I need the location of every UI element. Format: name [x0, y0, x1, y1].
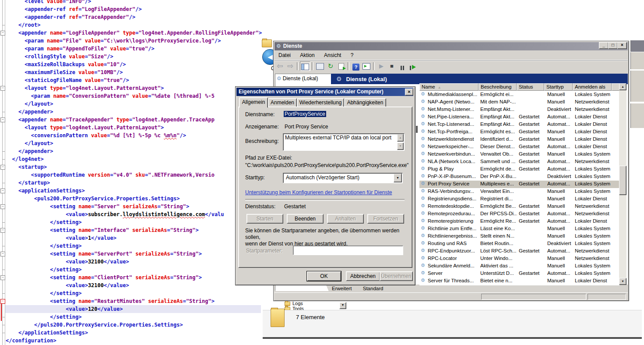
- table-row[interactable]: ⚙NetzwerklistendienstIdentifiziert d...G…: [419, 136, 619, 143]
- startoptionen-link[interactable]: Unterstützung beim Konfigurieren der Sta…: [245, 189, 392, 196]
- table-row[interactable]: ⚙Registrierungsdiens...Registriert di...…: [419, 196, 619, 203]
- code-line[interactable]: </setting>: [6, 218, 81, 226]
- scrollbar-thumb[interactable]: [619, 166, 626, 195]
- code-line[interactable]: <supportedRuntime version="v4.0" sku=".N…: [6, 171, 215, 179]
- column-header-name[interactable]: Name▲: [419, 83, 479, 91]
- beenden-button[interactable]: Beenden: [287, 214, 324, 224]
- code-line[interactable]: <setting name="Server" serializeAs="Stri…: [6, 203, 189, 210]
- table-row[interactable]: ⚙RPC-Endpunktzuor...Löst RPC-Sch...Gesta…: [419, 248, 619, 255]
- code-line[interactable]: <appender-ref ref="LogFileAppender"/>: [6, 5, 142, 13]
- code-line[interactable]: </layout>: [6, 139, 53, 147]
- table-row[interactable]: ⚙Remoteprozedurau...Der RPCSS-Di...Gesta…: [419, 210, 619, 218]
- code-line[interactable]: <maxSizeRollBackups value="10"/>: [6, 60, 126, 68]
- close-icon[interactable]: ×: [617, 42, 627, 49]
- code-line[interactable]: </configuration>: [6, 337, 56, 345]
- table-row[interactable]: ⚙NLA (Network Loca...Sammelt und ...Gest…: [419, 158, 619, 166]
- code-line[interactable]: <value>32100</value>: [6, 258, 129, 266]
- folder-item-label[interactable]: Tools: [292, 306, 304, 310]
- table-row[interactable]: ⚙Net.Tcp-Listenerad...Empfängt Akt...Ges…: [419, 121, 619, 128]
- code-line[interactable]: <layout type="log4net.Layout.PatternLayo…: [6, 84, 164, 92]
- code-line[interactable]: <param name="ConversionPattern" value="%…: [6, 92, 215, 100]
- column-header-anmelden-als[interactable]: Anmelden als: [573, 83, 612, 91]
- column-header-starttyp[interactable]: Starttyp: [544, 83, 573, 91]
- table-row[interactable]: ⚙Richtlinie zum Entfe...Lässt eine Ko...…: [419, 225, 619, 233]
- show-console-tree-icon[interactable]: [300, 61, 310, 71]
- code-line[interactable]: <value>32100</value>: [6, 281, 129, 289]
- folder-item-label[interactable]: Logs: [292, 301, 303, 306]
- table-row[interactable]: ⚙Net.Pipe-Listenera...Empfängt Akt...Ges…: [419, 114, 619, 121]
- code-line[interactable]: <level value="INFO"/>: [6, 0, 91, 5]
- code-line[interactable]: <param name="File" value="C:\work\logs\P…: [6, 37, 221, 45]
- chevron-down-icon[interactable]: ▼: [339, 302, 346, 309]
- code-line[interactable]: <startup>: [6, 163, 47, 171]
- explorer-file-list[interactable]: Logs Tools ▼: [263, 301, 438, 310]
- menu-datei[interactable]: Datei: [274, 51, 295, 58]
- menu-aktion[interactable]: Aktion: [296, 51, 318, 58]
- pause-service-icon[interactable]: [397, 61, 408, 71]
- code-line[interactable]: <appender-ref ref="TraceAppender"/>: [6, 13, 135, 21]
- code-line[interactable]: </setting>: [6, 266, 81, 274]
- tab-wiederherstellung[interactable]: Wiederherstellung: [297, 98, 344, 107]
- maximize-icon[interactable]: □: [608, 42, 618, 49]
- services-scrollbar[interactable]: ▲ ▼: [619, 83, 626, 285]
- code-line[interactable]: <appender name="TraceAppender" type="log…: [6, 116, 215, 124]
- table-row[interactable]: ⚙Plug & PlayErmöglicht de...GestartetAut…: [419, 166, 619, 173]
- scroll-down-icon[interactable]: ▼: [397, 142, 404, 150]
- code-line[interactable]: <setting name="RestartMinutes" serialize…: [6, 297, 215, 305]
- show-description-icon[interactable]: [361, 61, 372, 71]
- chevron-down-icon[interactable]: ▼: [394, 174, 402, 182]
- tab-abhaengigkeiten[interactable]: Abhängigkeiten: [344, 98, 386, 107]
- abbrechen-button[interactable]: Abbrechen: [346, 271, 380, 281]
- code-line[interactable]: <appender name="LogFileAppender" type="l…: [6, 29, 262, 37]
- code-line[interactable]: </appender>: [6, 147, 53, 155]
- table-row[interactable]: ⚙Netzwerkverbindun...Verwaltet Ob...Gest…: [419, 151, 619, 158]
- code-line[interactable]: </appender>: [6, 108, 53, 116]
- uebernehmen-button[interactable]: Übernehmen: [380, 271, 413, 281]
- table-row[interactable]: ⚙Netzwerkspeicher-...Dieser Dienst...Ges…: [419, 143, 619, 151]
- code-line[interactable]: <param name="AppendToFile" value="true"/…: [6, 45, 155, 53]
- minimize-icon[interactable]: _: [599, 42, 609, 49]
- anhalten-button[interactable]: Anhalten: [327, 214, 364, 224]
- menu-hilfe[interactable]: ?: [347, 51, 358, 58]
- code-line[interactable]: <setting name="ClientPort" serializeAs="…: [6, 274, 202, 281]
- code-line[interactable]: <conversionPattern value="%d [%t] %-5p %…: [6, 132, 186, 139]
- table-row[interactable]: ⚙NAP-Agent (Netwo...Mit dem NAP-...Manue…: [419, 99, 619, 106]
- code-line[interactable]: <maximumFileSize value="10MB"/>: [6, 68, 123, 76]
- back-icon[interactable]: ⇦: [274, 61, 285, 71]
- refresh-icon[interactable]: ↻: [325, 61, 336, 71]
- code-line[interactable]: </setting>: [6, 289, 81, 297]
- table-row[interactable]: ⚙Net.Tcp-Portfreiga...Ermöglicht es...Ge…: [419, 128, 619, 136]
- table-row[interactable]: ⚙Routing und RASBietet Routin...Deaktivi…: [419, 240, 619, 248]
- table-row[interactable]: ⚙ServerUnterstützt D...GestartetAutomat.…: [419, 270, 619, 277]
- table-row[interactable]: ⚙Remotedesktopdie...Ermöglicht Be...Gest…: [419, 203, 619, 210]
- tree-item-dienste-lokal[interactable]: ⚙Dienste (Lokal): [275, 74, 331, 82]
- close-icon[interactable]: ×: [405, 89, 413, 96]
- starttyp-select[interactable]: Automatisch (Verzögerter Start) ▼: [283, 173, 403, 183]
- table-row[interactable]: ⚙Server für Threads...Bietet eine n...Ma…: [419, 277, 619, 285]
- scroll-up-icon[interactable]: ▲: [619, 83, 626, 90]
- help-icon[interactable]: ?: [351, 61, 361, 71]
- code-line[interactable]: </setting>: [6, 313, 81, 321]
- table-row[interactable]: ⚙Port Proxy ServiceMultiplexes e...Gesta…: [419, 181, 619, 188]
- code-line[interactable]: <rollingStyle value="Size"/>: [6, 53, 113, 60]
- code-line[interactable]: </layout>: [6, 100, 53, 108]
- properties-icon[interactable]: [315, 61, 325, 71]
- table-row[interactable]: ⚙RAS-Verbindungsv...Verwaltet Ein...Manu…: [419, 188, 619, 196]
- code-line[interactable]: <puls200.PortProxyService.Properties.Set…: [6, 195, 179, 203]
- services-title-bar[interactable]: ⚙Dienste: [274, 42, 628, 50]
- forward-icon[interactable]: ⇨: [285, 61, 296, 71]
- code-line[interactable]: <layout type="log4net.Layout.PatternLayo…: [6, 124, 164, 132]
- code-line[interactable]: </log4net>: [6, 155, 44, 163]
- starten-button[interactable]: Starten: [246, 214, 283, 224]
- menu-ansicht[interactable]: Ansicht: [320, 51, 345, 58]
- fortsetzen-button[interactable]: Fortsetzen: [367, 214, 404, 224]
- code-line[interactable]: <setting name="ServerPort" serializeAs="…: [6, 250, 202, 258]
- table-row[interactable]: ⚙Sekundäre Anmeld...Aktiviert das ...Man…: [419, 263, 619, 270]
- code-line[interactable]: <applicationSettings>: [6, 187, 85, 195]
- code-line[interactable]: </applicationSettings>: [6, 329, 88, 337]
- beschreibung-field[interactable]: Multiplexes external TCP/IP data on loca…: [283, 133, 405, 151]
- table-row[interactable]: ⚙Multimediaklassenpl...Ermöglicht ei...M…: [419, 91, 619, 99]
- code-line[interactable]: </puls200.PortProxyService.Properties.Se…: [6, 321, 183, 329]
- column-header-status[interactable]: Status: [517, 83, 544, 91]
- table-row[interactable]: ⚙RPC-LocatorUnter Windo...ManuellNetzwer…: [419, 255, 619, 263]
